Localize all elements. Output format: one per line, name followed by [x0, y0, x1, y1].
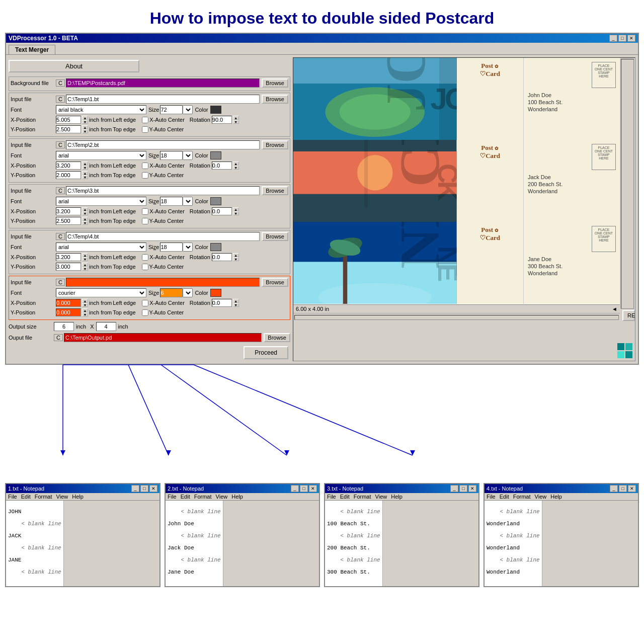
input4-y-spin[interactable]: ▲▼	[82, 263, 88, 271]
input3-x-spin[interactable]: ▲▼	[82, 207, 88, 215]
input3-x-pos[interactable]	[56, 207, 81, 215]
input1-x-auto-check[interactable]	[142, 117, 148, 123]
n4-close[interactable]: ✕	[628, 485, 636, 492]
input4-color-box[interactable]	[210, 243, 221, 251]
output-file-input[interactable]	[64, 333, 262, 342]
n1-menu-edit[interactable]: Edit	[21, 494, 31, 500]
input5-file-input[interactable]	[66, 278, 260, 287]
input5-size-input[interactable]	[160, 288, 183, 297]
n4-menu-help[interactable]: Help	[550, 494, 562, 500]
input4-browse-button[interactable]: Browse	[262, 232, 288, 241]
n1-min[interactable]: _	[131, 485, 139, 492]
input5-x-spin[interactable]: ▲▼	[82, 299, 88, 307]
n3-menu-file[interactable]: File	[327, 494, 336, 500]
about-button[interactable]: About	[9, 60, 139, 72]
input5-x-pos[interactable]	[56, 299, 81, 307]
n1-menu-format[interactable]: Format	[35, 494, 52, 500]
input2-color-box[interactable]	[210, 151, 221, 159]
input3-y-auto-check[interactable]	[142, 218, 148, 224]
input1-y-spin[interactable]: ▲▼	[82, 125, 88, 133]
input3-y-spin[interactable]: ▲▼	[82, 217, 88, 225]
n1-menu-file[interactable]: File	[8, 494, 17, 500]
input1-rot-spin[interactable]: ▲▼	[233, 116, 239, 124]
input3-rotation-input[interactable]	[212, 207, 232, 215]
input1-size-unit[interactable]	[183, 105, 193, 114]
input4-font-select[interactable]: arial	[56, 243, 146, 252]
input4-size-unit[interactable]	[183, 243, 193, 252]
n2-menu-edit[interactable]: Edit	[181, 494, 190, 500]
input2-file-input[interactable]	[66, 140, 260, 149]
output-browse-button[interactable]: Browse	[264, 333, 290, 342]
input5-browse-button[interactable]: Browse	[262, 278, 288, 287]
n2-min[interactable]: _	[291, 485, 299, 492]
input5-y-auto-check[interactable]	[142, 309, 148, 316]
input3-size-input[interactable]	[160, 197, 183, 206]
input3-x-auto-check[interactable]	[142, 208, 148, 215]
notepad4-scrollbar[interactable]	[542, 501, 549, 586]
input1-size-input[interactable]	[160, 105, 183, 114]
input3-browse-button[interactable]: Browse	[262, 186, 288, 195]
input4-file-input[interactable]	[66, 232, 260, 241]
input4-y-auto-check[interactable]	[142, 264, 148, 270]
notepad3-scrollbar[interactable]	[382, 501, 389, 586]
input4-x-spin[interactable]: ▲▼	[82, 253, 88, 261]
n4-max[interactable]: □	[619, 485, 627, 492]
input1-font-select[interactable]: arial black	[56, 105, 146, 114]
n1-menu-help[interactable]: Help	[72, 494, 84, 500]
n3-max[interactable]: □	[459, 485, 467, 492]
n2-max[interactable]: □	[300, 485, 308, 492]
n3-close[interactable]: ✕	[468, 485, 476, 492]
input3-y-pos[interactable]	[56, 217, 81, 225]
n4-menu-format[interactable]: Format	[513, 494, 531, 500]
input2-y-auto-check[interactable]	[142, 172, 148, 179]
bg-browse-button[interactable]: Browse	[262, 78, 288, 88]
input5-size-unit[interactable]	[183, 288, 193, 297]
n4-menu-edit[interactable]: Edit	[500, 494, 509, 500]
maximize-button[interactable]: □	[618, 35, 626, 42]
input2-browse-button[interactable]: Browse	[262, 140, 288, 149]
n2-menu-view[interactable]: View	[216, 494, 228, 500]
n1-close[interactable]: ✕	[149, 485, 157, 492]
input4-x-auto-check[interactable]	[142, 254, 148, 261]
n3-menu-format[interactable]: Format	[354, 494, 371, 500]
input3-color-box[interactable]	[210, 197, 221, 205]
n1-menu-view[interactable]: View	[56, 494, 68, 500]
n3-menu-help[interactable]: Help	[391, 494, 403, 500]
input1-browse-button[interactable]: Browse	[262, 95, 288, 104]
input1-file-input[interactable]	[66, 95, 260, 104]
n2-menu-file[interactable]: File	[168, 494, 177, 500]
bg-file-input[interactable]	[66, 78, 260, 88]
input1-y-pos[interactable]	[56, 125, 81, 133]
input2-x-auto-check[interactable]	[142, 163, 148, 169]
input4-x-pos[interactable]	[56, 253, 81, 261]
n2-close[interactable]: ✕	[309, 485, 317, 492]
h-scrollbar[interactable]	[293, 313, 620, 321]
input2-font-select[interactable]: arial	[56, 151, 146, 160]
input5-color-box[interactable]	[210, 289, 221, 297]
input3-rot-spin[interactable]: ▲▼	[233, 207, 239, 215]
input4-rot-spin[interactable]: ▲▼	[233, 253, 239, 261]
input5-y-pos[interactable]	[56, 308, 81, 316]
input5-rotation-input[interactable]	[212, 299, 232, 307]
input2-rotation-input[interactable]	[212, 162, 232, 170]
input2-y-pos[interactable]	[56, 171, 81, 179]
input2-size-input[interactable]	[160, 151, 183, 160]
n2-menu-format[interactable]: Format	[194, 494, 212, 500]
input4-size-input[interactable]	[160, 243, 183, 252]
output-width[interactable]	[54, 322, 74, 331]
input5-x-auto-check[interactable]	[142, 300, 148, 306]
close-button[interactable]: ✕	[627, 35, 635, 42]
input1-color-box[interactable]	[210, 106, 221, 114]
n4-menu-file[interactable]: File	[487, 494, 496, 500]
n4-min[interactable]: _	[610, 485, 618, 492]
input1-rotation-input[interactable]	[212, 116, 232, 124]
v-scrollbar[interactable]	[621, 59, 634, 309]
n4-menu-view[interactable]: View	[535, 494, 547, 500]
input5-y-spin[interactable]: ▲▼	[82, 308, 88, 316]
n3-menu-edit[interactable]: Edit	[340, 494, 350, 500]
input2-rot-spin[interactable]: ▲▼	[233, 162, 239, 170]
input2-size-unit[interactable]	[183, 151, 193, 160]
n1-max[interactable]: □	[140, 485, 148, 492]
input4-rotation-input[interactable]	[212, 253, 232, 261]
input3-file-input[interactable]	[66, 186, 260, 195]
